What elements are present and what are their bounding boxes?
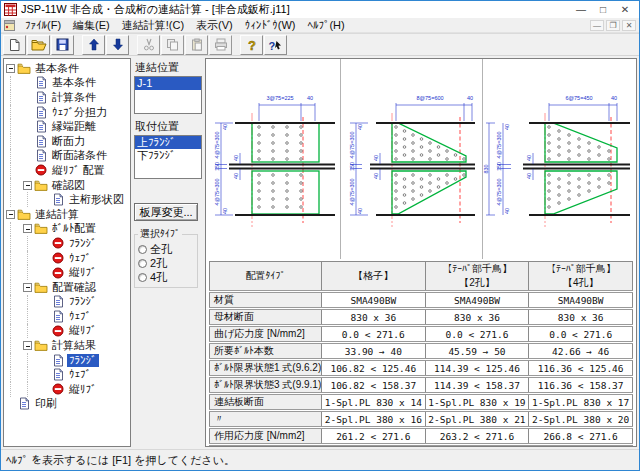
menu-item-2[interactable]: 連結計算!(C) [116,18,190,33]
maximize-button[interactable]: □ [592,2,614,17]
tree-item-layout-check-rib[interactable]: 縦ﾘﾌﾞ [6,324,130,339]
table-header-row: 配置ﾀｲﾌﾟ【格子】【ﾃｰﾊﾟ部千鳥】 【2孔】【ﾃｰﾊﾟ部千鳥】 【4孔】 [210,262,633,292]
folder-icon [17,208,31,221]
splice-position-label: 連結位置 [135,60,202,75]
attach-position-option-0[interactable]: 上ﾌﾗﾝｼﾞ [135,136,201,149]
drawing-panel-taper-2hole: 8@75=600 40 4@75=300 150 4@75=300 40 40 [340,59,481,259]
tree-item-calc-results-rib[interactable]: 縦ﾘﾌﾞ [6,382,130,397]
dim-top: 3@75=225 [266,95,293,101]
svg-text:150: 150 [214,162,220,171]
tree-expander-minus[interactable] [6,64,15,73]
splice-position-listbox[interactable]: J-1 [134,76,202,114]
svg-text:40: 40 [373,173,379,179]
menu-item-5[interactable]: ﾍﾙﾌﾟ(H) [301,19,350,31]
new-document-button[interactable] [3,35,26,55]
hole-type-radio-1[interactable]: 2孔 [138,256,194,270]
tree-guide [10,338,23,353]
tree-item-splice-calc-folder[interactable]: 連結計算 [6,207,130,222]
svg-text:?: ? [269,39,276,51]
document-icon [34,149,48,162]
tree-expander-minus[interactable] [23,224,32,233]
tree-item-girder-shape-drawing[interactable]: 主桁形状図 [6,192,130,207]
svg-text:40: 40 [357,124,363,130]
attach-position-option-1[interactable]: 下ﾌﾗﾝｼﾞ [135,149,201,162]
tree-item-calc-results-web[interactable]: ｳｪﾌﾞ [6,367,130,382]
help-button[interactable]: ? [240,35,263,55]
tree-item-bolt-layout-rib[interactable]: 縦ﾘﾌﾞ [6,265,130,280]
tree-item-label: ﾌﾗﾝｼﾞ [67,354,99,367]
table-cell: 261.2 < 271.6 [322,428,426,445]
mdi-close-button[interactable]: ✕ [622,20,636,31]
down-arrow-button[interactable] [106,35,129,55]
tree-item-print[interactable]: 印刷 [6,397,130,412]
mdi-restore-button[interactable]: ❐ [606,20,620,31]
tree-item-label: 基本条件 [33,62,81,75]
up-arrow-button[interactable] [82,35,105,55]
document-icon [34,91,48,104]
tree-item-section-force[interactable]: 断面力 [6,134,130,149]
tree-item-basic-conditions[interactable]: 基本条件 [6,76,130,91]
menu-item-1[interactable]: 編集(E) [67,18,116,33]
close-button[interactable]: ✕ [614,2,636,17]
hole-type-radio-2[interactable]: 4孔 [138,270,194,284]
table-row-label: 母材断面 [210,309,322,326]
tree-item-edge-distance[interactable]: 縁端距離 [6,119,130,134]
tree-item-web-share-force[interactable]: ｳｪﾌﾞ分担力 [6,105,130,120]
plate-thickness-change-button[interactable]: 板厚変更... [134,203,198,221]
taper-2hole-drawing: 8@75=600 40 4@75=300 150 4@75=300 40 40 [342,59,480,257]
select-type-label: 選択ﾀｲﾌﾟ [138,227,182,241]
tree-guide [10,265,23,280]
document-icon [51,193,65,206]
tree-guide [10,105,23,120]
hole-type-radio-0[interactable]: 全孔 [138,242,194,256]
svg-text:150: 150 [496,162,502,171]
tree-expander-minus[interactable] [23,341,32,350]
tree-item-label: 主桁形状図 [67,193,126,206]
save-button[interactable] [51,35,74,55]
radio-label: 4孔 [150,270,167,285]
tree-item-label: ｳｪﾌﾞ [67,368,93,381]
tree-expander-minus[interactable] [6,210,15,219]
table-cell: 830 x 36 [322,309,426,326]
tree-item-label: 基本条件 [50,76,98,89]
tree-guide [27,192,40,207]
toolbar-separator [233,35,240,55]
copy-button [161,35,184,55]
tree-item-calc-results-folder[interactable]: 計算結果 [6,338,130,353]
tree-item-label: 縦ﾘﾌﾞ 配置 [50,164,107,177]
tree-item-bolt-layout-web[interactable]: ｳｪﾌﾞ [6,251,130,266]
mdi-minimize-button[interactable]: — [590,20,604,31]
stop-icon [51,383,65,396]
tree-item-layout-check-folder[interactable]: 配置確認 [6,280,130,295]
menu-item-3[interactable]: 表示(V) [190,18,239,33]
minimize-button[interactable]: — [570,2,592,17]
menu-item-4[interactable]: ｳｨﾝﾄﾞｳ(W) [239,19,302,31]
dim-top-edge: 40 [307,95,313,101]
tree-item-label: 縦ﾘﾌﾞ [67,324,99,337]
tree-item-layout-check-web[interactable]: ｳｪﾌﾞ [6,309,130,324]
table-cell: 45.59 → 50 [425,343,529,360]
attach-position-listbox[interactable]: 上ﾌﾗﾝｼﾞ下ﾌﾗﾝｼﾞ [134,135,202,179]
tree-item-bolt-layout-folder[interactable]: ﾎﾞﾙﾄ配置 [6,222,130,237]
tree-item-calc-results-flange[interactable]: ﾌﾗﾝｼﾞ [6,353,130,368]
svg-text:40: 40 [357,208,363,214]
tree-expander-minus[interactable] [23,181,32,190]
menu-item-0[interactable]: ﾌｧｲﾙ(F) [19,19,67,31]
tree-item-check-drawings-folder[interactable]: 確認図 [6,178,130,193]
context-help-button[interactable]: ? [264,35,287,55]
tree-item-calc-conditions[interactable]: 計算条件 [6,90,130,105]
tree-item-basic-conditions-folder[interactable]: 基本条件 [6,61,130,76]
table-cell: 263.2 < 271.6 [425,428,529,445]
tree-item-layout-check-flange[interactable]: ﾌﾗﾝｼﾞ [6,295,130,310]
tree-item-label: 縦ﾘﾌﾞ [67,383,99,396]
tree-item-long-rib-layout[interactable]: 縦ﾘﾌﾞ 配置 [6,163,130,178]
table-row: 連結板断面1-Spl.PL 830 x 141-Spl.PL 830 x 191… [210,394,633,411]
tree-expander-minus[interactable] [23,283,32,292]
splice-position-option-0[interactable]: J-1 [135,77,201,90]
tree-item-section-conditions[interactable]: 断面諸条件 [6,149,130,164]
open-folder-button[interactable] [27,35,50,55]
tree-item-bolt-layout-flange[interactable]: ﾌﾗﾝｼﾞ [6,236,130,251]
document-icon [51,368,65,381]
client-area: 基本条件基本条件計算条件ｳｪﾌﾞ分担力縁端距離断面力断面諸条件縦ﾘﾌﾞ 配置確認… [1,56,639,449]
cut-icon [143,38,155,51]
